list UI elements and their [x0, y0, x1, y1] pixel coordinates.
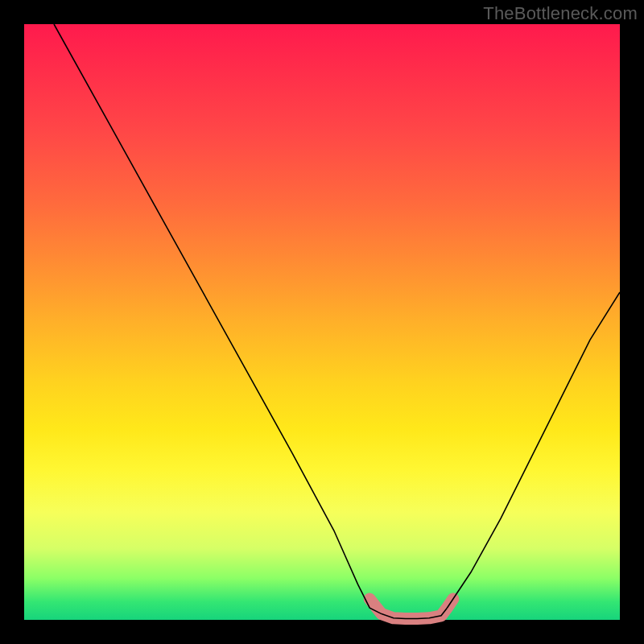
watermark-text: TheBottleneck.com — [483, 3, 638, 24]
curve-right-branch — [447, 292, 620, 608]
chart-frame: TheBottleneck.com — [0, 0, 644, 644]
curve-left-branch — [54, 24, 382, 614]
chart-svg — [24, 24, 620, 620]
